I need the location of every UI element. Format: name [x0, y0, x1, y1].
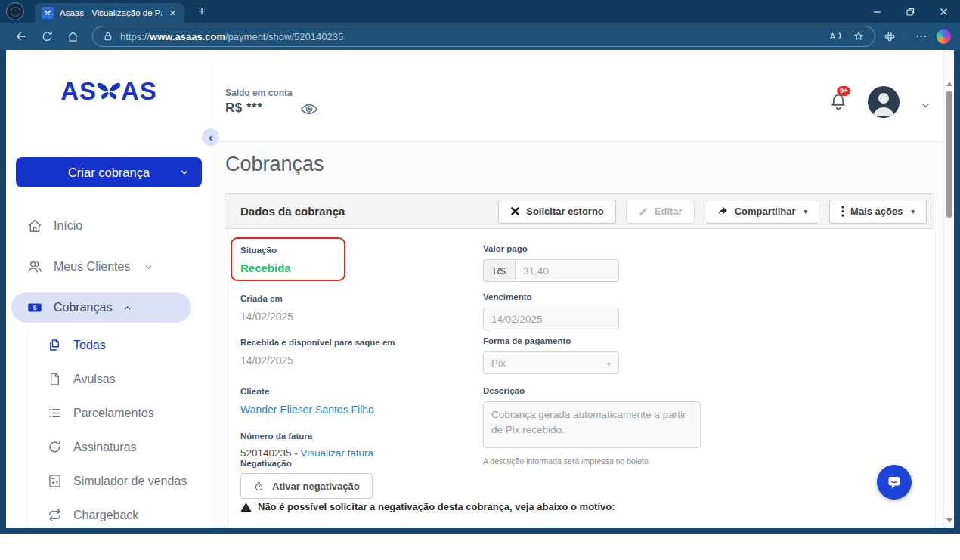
page-content: AS AS Criar cobrança Início — [6, 50, 954, 528]
window-minimize-button[interactable] — [860, 0, 893, 23]
address-bar[interactable]: https://www.asaas.com/payment/show/52014… — [92, 26, 875, 47]
new-tab-button[interactable]: + — [194, 3, 210, 20]
calculator-icon — [47, 473, 63, 489]
x-icon — [510, 206, 520, 216]
copies-icon — [47, 337, 63, 353]
home-icon — [26, 218, 43, 234]
pencil-icon — [638, 206, 649, 217]
forma-pagamento-select: Pix ▾ — [483, 351, 619, 374]
back-icon[interactable] — [11, 26, 32, 47]
toggle-balance-visibility-button[interactable] — [299, 100, 319, 119]
chevron-down-icon — [179, 167, 190, 178]
ativar-negativacao-button[interactable]: Ativar negativação — [240, 473, 373, 499]
scrollbar-thumb[interactable] — [946, 91, 952, 218]
sidebar-item-chargeback[interactable]: Chargeback — [6, 498, 212, 528]
window-close-button[interactable] — [927, 0, 960, 23]
person-icon — [868, 86, 900, 118]
field-recebida-em: Recebida e disponível para saque em 14/0… — [240, 338, 395, 367]
charge-data-panel: Dados da cobrança Solicitar estorno Edit… — [225, 193, 934, 528]
field-negativacao: Negativação Ativar negativação — [240, 459, 373, 499]
logo-text-left: AS — [60, 77, 97, 106]
account-balance: Saldo em conta R$ *** — [225, 88, 293, 116]
page-title: Cobranças — [225, 153, 324, 176]
visualizar-fatura-link[interactable]: Visualizar fatura — [301, 447, 374, 459]
notifications-button[interactable]: 9+ — [828, 92, 848, 112]
timer-icon — [253, 481, 265, 492]
reload-icon[interactable] — [36, 26, 57, 47]
sidebar-item-avulsas[interactable]: Avulsas — [6, 362, 212, 396]
field-forma-pagamento: Forma de pagamento Pix ▾ — [483, 336, 619, 374]
field-numero-fatura: Número da fatura 520140235 - Visualizar … — [240, 432, 373, 459]
chevron-down-icon — [144, 262, 153, 272]
field-valor-pago: Valor pago R$ 31,40 — [483, 244, 619, 282]
field-vencimento: Vencimento 14/02/2025 — [483, 292, 619, 330]
field-situacao: Situação Recebida — [240, 246, 291, 274]
share-button[interactable]: Compartilhar ▾ — [705, 200, 819, 224]
vencimento-input: 14/02/2025 — [483, 308, 619, 330]
currency-prefix: R$ — [483, 259, 515, 282]
list-icon — [47, 405, 63, 421]
home-nav-icon[interactable] — [62, 26, 83, 47]
sidebar-submenu: Todas Avulsas Parcelamentos Assinaturas — [6, 328, 212, 528]
browser-titlebar: Asaas - Visualização de Pagament ✕ + — [0, 0, 960, 23]
more-actions-button[interactable]: Mais ações ▾ — [829, 200, 927, 224]
butterfly-logo-icon — [94, 77, 123, 106]
svg-text:$: $ — [33, 304, 36, 311]
chevron-up-icon — [122, 303, 132, 313]
document-icon — [47, 371, 63, 387]
billing-icon: $ — [26, 299, 43, 316]
sidebar-item-cobrancas[interactable]: $ Cobranças — [11, 292, 191, 323]
user-avatar[interactable] — [868, 86, 900, 118]
sidebar-item-simulador[interactable]: Simulador de vendas — [6, 464, 212, 498]
create-charge-button[interactable]: Criar cobrança — [16, 157, 202, 187]
lock-icon — [103, 31, 113, 42]
scroll-up-arrow-icon[interactable] — [946, 82, 952, 86]
valor-pago-input: 31,40 — [515, 259, 619, 282]
workspace-logo-icon — [11, 7, 20, 17]
dots-vertical-icon — [841, 206, 844, 217]
scroll-down-arrow-icon[interactable] — [946, 518, 952, 523]
sidebar-item-meus-clientes[interactable]: Meus Clientes — [6, 246, 212, 287]
browser-profile-icon[interactable] — [6, 2, 24, 20]
panel-header: Dados da cobrança Solicitar estorno Edit… — [225, 194, 934, 229]
main-area: Saldo em conta R$ *** 9+ Cobranças — [213, 50, 943, 528]
caret-down-icon: ▾ — [911, 208, 915, 215]
asaas-favicon-icon — [42, 7, 54, 19]
sidebar: AS AS Criar cobrança Início — [6, 50, 212, 528]
edit-button: Editar ▾ — [626, 200, 695, 224]
account-menu-chevron[interactable] — [920, 100, 931, 111]
sidebar-menu: Início Meus Clientes $ Cobranças — [6, 206, 212, 528]
sidebar-collapse-button[interactable]: ‹ — [202, 128, 219, 146]
field-descricao: Descrição Cobrança gerada automaticament… — [483, 386, 701, 466]
tab-title: Asaas - Visualização de Pagament — [60, 8, 162, 17]
notification-badge: 9+ — [837, 86, 850, 96]
read-aloud-icon[interactable]: A — [829, 30, 844, 42]
sidebar-item-assinaturas[interactable]: Assinaturas — [6, 430, 212, 464]
descricao-helper-text: A descrição informada será impressa no b… — [483, 456, 701, 466]
extensions-icon[interactable] — [883, 29, 897, 43]
support-chat-button[interactable] — [877, 465, 912, 500]
window-restore-button[interactable] — [893, 0, 927, 23]
refresh-icon — [47, 439, 63, 455]
warning-icon — [240, 502, 252, 512]
descricao-textarea: Cobrança gerada automaticamente a partir… — [483, 401, 701, 448]
caret-down-icon: ▾ — [607, 360, 611, 368]
clients-icon — [26, 258, 43, 275]
browser-tab[interactable]: Asaas - Visualização de Pagament ✕ — [35, 3, 184, 23]
sidebar-item-inicio[interactable]: Início — [6, 206, 212, 246]
copilot-icon[interactable] — [937, 29, 951, 44]
favorites-star-icon[interactable] — [853, 30, 865, 42]
url-text: https://www.asaas.com/payment/show/52014… — [120, 31, 822, 42]
sidebar-item-todas[interactable]: Todas — [6, 328, 212, 362]
chat-bubble-icon — [885, 473, 903, 491]
browser-window: Asaas - Visualização de Pagament ✕ + — [0, 0, 960, 534]
settings-menu-icon[interactable]: ⋯ — [915, 29, 927, 43]
cliente-link[interactable]: Wander Elieser Santos Filho — [240, 404, 374, 416]
svg-text:A: A — [830, 32, 836, 41]
sidebar-item-parcelamentos[interactable]: Parcelamentos — [6, 396, 212, 430]
page-scrollbar[interactable] — [943, 50, 954, 528]
balance-label: Saldo em conta — [225, 88, 293, 98]
browser-toolbar: https://www.asaas.com/payment/show/52014… — [0, 23, 960, 50]
tab-close-icon[interactable]: ✕ — [168, 8, 178, 19]
request-refund-button[interactable]: Solicitar estorno — [498, 200, 616, 224]
